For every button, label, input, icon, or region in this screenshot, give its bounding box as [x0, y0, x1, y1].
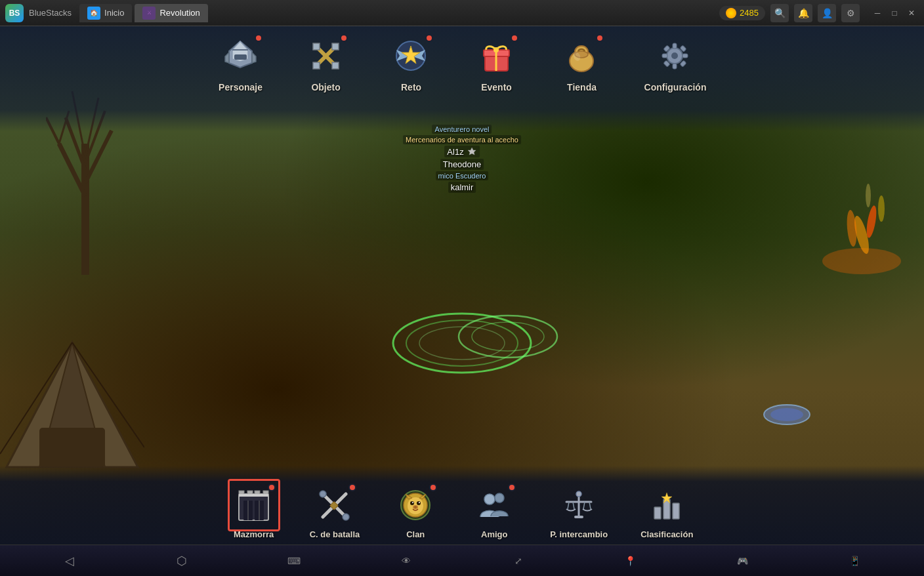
menu-item-mazmorra[interactable]: Mazmorra — [231, 482, 277, 539]
bottom-game-menu: Mazmorra — [0, 466, 924, 545]
svg-rect-94 — [574, 516, 583, 518]
menu-item-evento[interactable]: Evento — [474, 33, 520, 93]
titlebar-right: 2485 🔍 🔔 👤 ⚙ ─ □ ✕ — [719, 4, 919, 22]
fire-decoration — [812, 130, 878, 261]
coin-amount: 2485 — [740, 8, 759, 18]
svg-rect-97 — [673, 503, 679, 519]
system-home-btn[interactable]: ⬡ — [170, 549, 194, 573]
svg-marker-37 — [313, 62, 320, 69]
amigo-notification — [508, 483, 516, 491]
menu-item-clan[interactable]: Clan — [392, 482, 438, 539]
phone-btn[interactable]: 📱 — [843, 549, 867, 573]
account-btn[interactable]: 👤 — [818, 4, 836, 22]
top-menu: Personaje — [0, 26, 924, 131]
svg-marker-35 — [313, 43, 320, 50]
character-labels: Aventurero novel Mercenarios de aventura… — [403, 125, 521, 193]
evento-label: Evento — [481, 82, 512, 93]
intercambio-icon — [561, 487, 597, 524]
clan-label: Clan — [406, 529, 425, 539]
bluestacks-logo: BS — [5, 4, 24, 22]
maximize-btn[interactable]: □ — [887, 6, 902, 20]
menu-item-configuracion[interactable]: Configuración — [644, 33, 707, 93]
bottom-menu-items: Mazmorra — [231, 482, 694, 539]
svg-point-82 — [414, 506, 417, 508]
svg-rect-51 — [673, 64, 677, 69]
menu-item-clasificacion[interactable]: Clasificación — [640, 482, 693, 539]
game-tab[interactable]: ⚔ Revolution — [135, 4, 207, 22]
settings-btn[interactable]: ⚙ — [841, 4, 860, 22]
game-background: Personaje — [0, 26, 924, 545]
cbatalla-notification — [348, 483, 356, 491]
controller-btn[interactable]: 🎮 — [731, 549, 755, 573]
svg-point-85 — [484, 494, 495, 504]
menu-item-objeto[interactable]: Objeto — [303, 33, 349, 93]
home-tab-label: Inicio — [104, 8, 124, 18]
back-btn[interactable]: ◁ — [58, 549, 81, 573]
svg-rect-53 — [682, 54, 688, 58]
reto-icon — [392, 36, 431, 75]
char-name-1: Al1z — [444, 146, 479, 157]
svg-point-21 — [770, 408, 803, 421]
coin-display: 2485 — [719, 6, 765, 20]
tienda-label: Tienda — [567, 82, 597, 93]
top-menu-items: Personaje — [218, 33, 707, 93]
clasificacion-label: Clasificación — [640, 529, 693, 539]
tienda-icon — [562, 36, 602, 75]
home-tab[interactable]: 🏠 Inicio — [79, 4, 132, 22]
svg-point-77 — [410, 501, 414, 505]
svg-marker-30 — [225, 52, 229, 63]
svg-point-44 — [494, 47, 499, 52]
svg-rect-50 — [673, 43, 677, 49]
svg-point-49 — [671, 52, 678, 59]
menu-item-amigo[interactable]: Amigo — [471, 482, 517, 539]
notification-btn[interactable]: 🔔 — [794, 4, 812, 22]
svg-point-17 — [845, 209, 858, 247]
char-name-3: kalmir — [448, 182, 476, 193]
game-tab-icon: ⚔ — [142, 7, 156, 20]
svg-rect-95 — [654, 507, 661, 519]
app-name: BlueStacks — [29, 8, 72, 18]
svg-point-18 — [878, 195, 885, 222]
cbatalla-icon — [316, 487, 352, 524]
svg-point-79 — [412, 502, 413, 503]
eye-btn[interactable]: 👁 — [394, 549, 418, 573]
svg-point-19 — [866, 184, 871, 207]
char-title-2: mico Escudero — [436, 171, 489, 180]
reto-notification — [425, 34, 433, 42]
menu-item-tienda[interactable]: Tienda — [559, 33, 605, 93]
amigo-icon-wrapper — [471, 482, 517, 528]
coin-icon — [726, 8, 736, 18]
svg-marker-31 — [252, 52, 256, 63]
cbatalla-label: C. de batalla — [310, 529, 360, 539]
svg-point-93 — [576, 491, 581, 497]
clasificacion-icon-wrapper — [644, 482, 690, 528]
svg-rect-11 — [39, 428, 105, 467]
personaje-notification — [255, 34, 262, 42]
clan-notification — [429, 483, 437, 491]
search-btn[interactable]: 🔍 — [770, 4, 789, 22]
close-btn[interactable]: ✕ — [904, 6, 919, 20]
menu-item-intercambio[interactable]: P. intercambio — [550, 482, 608, 539]
minimize-btn[interactable]: ─ — [870, 6, 885, 20]
svg-point-86 — [495, 493, 504, 503]
svg-point-78 — [417, 501, 421, 505]
svg-point-72 — [320, 491, 326, 497]
mazmorra-notification — [268, 483, 276, 491]
personaje-icon — [221, 36, 261, 75]
svg-line-89 — [568, 502, 569, 509]
intercambio-icon-wrapper — [556, 482, 602, 528]
tienda-icon-wrapper — [559, 33, 605, 79]
resize-btn[interactable]: ⤢ — [507, 549, 530, 573]
svg-point-16 — [864, 205, 878, 238]
personaje-icon-wrapper — [218, 33, 264, 79]
keyboard-btn[interactable]: ⌨ — [282, 549, 306, 573]
clan-icon-wrapper — [392, 482, 438, 528]
menu-item-reto[interactable]: Reto — [388, 33, 434, 93]
menu-item-personaje[interactable]: Personaje — [218, 33, 264, 93]
tienda-notification — [596, 34, 604, 42]
menu-item-cbatalla[interactable]: C. de batalla — [310, 482, 360, 539]
evento-icon-wrapper — [474, 33, 520, 79]
location-btn[interactable]: 📍 — [619, 549, 642, 573]
mazmorra-icon-wrapper — [231, 482, 277, 528]
evento-icon — [477, 36, 516, 75]
